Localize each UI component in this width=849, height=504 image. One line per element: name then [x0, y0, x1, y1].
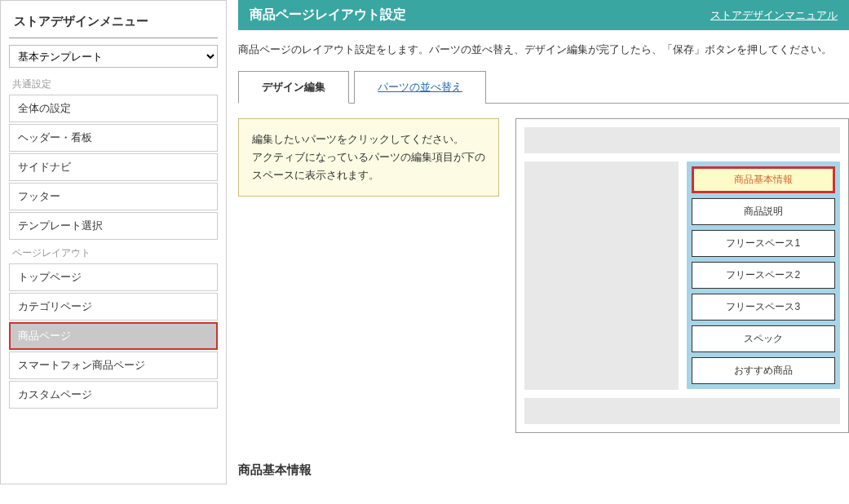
instruction-box: 編集したいパーツをクリックしてください。アクティブになっているパーツの編集項目が… [238, 118, 499, 197]
sidebar-item[interactable]: サイドナビ [9, 153, 218, 181]
page-description: 商品ページのレイアウト設定をします。パーツの並べ替え、デザイン編集が完了したら、… [238, 30, 849, 70]
sidebar-title: ストアデザインメニュー [9, 9, 218, 38]
manual-link[interactable]: ストアデザインマニュアル [710, 8, 838, 23]
tabs: デザイン編集パーツの並べ替え [238, 70, 849, 104]
sidebar-item[interactable]: カスタムページ [9, 381, 218, 409]
sidebar-item[interactable]: 商品ページ [9, 322, 218, 350]
sidebar-item[interactable]: カテゴリページ [9, 293, 218, 321]
layout-part[interactable]: 商品基本情報 [692, 166, 836, 193]
sidebar-item[interactable]: フッター [9, 183, 218, 210]
layout-part[interactable]: フリースペース3 [692, 294, 836, 321]
tab[interactable]: パーツの並べ替え [354, 71, 486, 104]
page-title: 商品ページレイアウト設定 [250, 7, 406, 24]
sidebar-item[interactable]: トップページ [9, 263, 218, 291]
preview-footer-placeholder [524, 398, 840, 424]
tab[interactable]: デザイン編集 [238, 71, 349, 104]
preview-header-placeholder [524, 127, 840, 153]
sidebar-group-label: 共通設定 [9, 73, 218, 95]
sidebar-item[interactable]: テンプレート選択 [9, 212, 218, 240]
sidebar-item[interactable]: 全体の設定 [9, 95, 218, 122]
layout-preview: 商品基本情報商品説明フリースペース1フリースペース2フリースペース3スペックおす… [515, 118, 849, 433]
layout-part[interactable]: おすすめ商品 [692, 357, 836, 384]
sidebar-item[interactable]: ヘッダー・看板 [9, 124, 218, 152]
preview-sidenav-placeholder [524, 161, 679, 390]
layout-part[interactable]: 商品説明 [692, 198, 836, 225]
sidebar: ストアデザインメニュー 基本テンプレート 共通設定全体の設定ヘッダー・看板サイド… [0, 0, 227, 484]
layout-part[interactable]: スペック [692, 325, 836, 352]
layout-part[interactable]: フリースペース1 [692, 230, 836, 257]
sidebar-item[interactable]: スマートフォン商品ページ [9, 351, 218, 379]
section-title: 商品基本情報 [238, 448, 849, 484]
sidebar-group-label: ページレイアウト [9, 241, 218, 263]
layout-part[interactable]: フリースペース2 [692, 262, 836, 289]
parts-container: 商品基本情報商品説明フリースペース1フリースペース2フリースペース3スペックおす… [687, 161, 841, 389]
header-bar: 商品ページレイアウト設定 ストアデザインマニュアル [238, 0, 849, 30]
main-content: 商品ページレイアウト設定 ストアデザインマニュアル 商品ページのレイアウト設定を… [238, 0, 849, 484]
template-select[interactable]: 基本テンプレート [9, 45, 218, 68]
